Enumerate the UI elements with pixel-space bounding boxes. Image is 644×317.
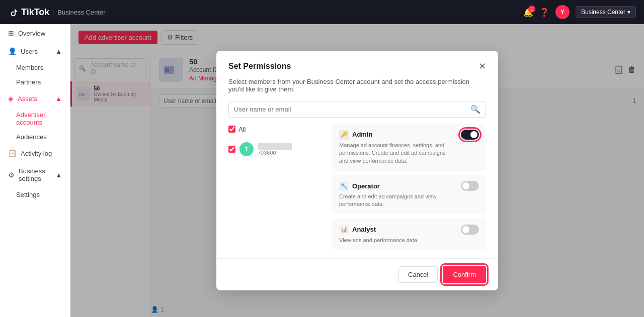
analyst-perm-icon: 📊 <box>339 225 349 235</box>
perm-item-admin: 🔑 Admin Manage ad account finances, sett… <box>332 124 486 171</box>
modal-search-input[interactable] <box>234 105 467 113</box>
sidebar-group-business-settings[interactable]: ⚙ Business settings ▲ <box>0 162 70 187</box>
business-center-label: Business Center <box>57 9 105 16</box>
overview-icon: ⊞ <box>8 29 14 37</box>
user-avatar: Y <box>555 5 570 19</box>
sidebar-item-partners[interactable]: Partners <box>0 75 70 89</box>
nav-right: 🔔 1 ❓ Y Business Center ▾ <box>523 5 636 19</box>
modal-subtitle: Select members from your Business Center… <box>216 78 498 101</box>
sidebar-item-settings[interactable]: Settings <box>0 187 70 202</box>
user-sub: 703600 <box>258 150 292 156</box>
admin-toggle[interactable] <box>461 130 479 140</box>
user-row: T ████████ 703600 <box>228 139 324 159</box>
assets-icon: ◈ <box>8 94 14 102</box>
analyst-perm-label: Analyst <box>352 226 376 233</box>
operator-perm-desc: Create and edit ad campaigns and view pe… <box>339 193 455 208</box>
user-avatar-modal: T <box>239 142 254 156</box>
check-all-label: All <box>238 126 246 133</box>
sidebar-item-members[interactable]: Members <box>0 60 70 75</box>
user-menu-btn[interactable]: Business Center ▾ <box>576 6 636 18</box>
operator-perm-icon: 🔧 <box>339 181 349 191</box>
user-name: ████████ <box>258 143 292 150</box>
sidebar-item-overview[interactable]: ⊞ Overview <box>0 24 70 42</box>
modal-close-button[interactable]: ✕ <box>478 61 486 72</box>
notification-badge: 1 <box>528 6 535 13</box>
analyst-toggle[interactable] <box>461 225 479 235</box>
modal-header: Set Permissions ✕ <box>216 51 498 78</box>
sidebar-group-users[interactable]: 👤 Users ▲ <box>0 42 70 60</box>
users-icon: 👤 <box>8 47 17 55</box>
sidebar-item-activity-log[interactable]: 📋 Activity log <box>0 144 70 162</box>
top-nav: TikTok : Business Center 🔔 1 ❓ Y Busines… <box>0 0 644 24</box>
chevron-up-icon-settings: ▲ <box>55 171 62 179</box>
confirm-button[interactable]: Confirm <box>443 266 486 283</box>
modal-overlay: Set Permissions ✕ Select members from yo… <box>70 24 644 317</box>
sidebar-group-assets[interactable]: ◈ Assets ▲ <box>0 89 70 108</box>
operator-perm-label: Operator <box>352 182 380 190</box>
check-all-checkbox[interactable] <box>228 126 235 133</box>
sidebar-item-audiences[interactable]: Audiences <box>0 130 70 144</box>
chevron-up-icon-assets: ▲ <box>55 95 62 102</box>
admin-perm-label: Admin <box>352 131 372 138</box>
check-all-row[interactable]: All <box>228 124 324 135</box>
operator-toggle[interactable] <box>461 181 479 191</box>
sidebar: ⊞ Overview 👤 Users ▲ Members Partners ◈ … <box>0 24 70 317</box>
admin-perm-desc: Manage ad account finances, settings, an… <box>339 142 455 165</box>
cancel-button[interactable]: Cancel <box>398 266 438 283</box>
tiktok-logo-icon <box>8 7 19 18</box>
modal-footer: Cancel Confirm <box>216 258 498 290</box>
permissions-panel: 🔑 Admin Manage ad account finances, sett… <box>332 124 486 250</box>
admin-perm-icon: 🔑 <box>339 130 349 140</box>
sidebar-item-advertiser-accounts[interactable]: Advertiser accounts <box>0 108 70 130</box>
notification-btn[interactable]: 🔔 1 <box>523 8 533 17</box>
help-btn[interactable]: ❓ <box>539 8 549 17</box>
set-permissions-modal: Set Permissions ✕ Select members from yo… <box>216 51 498 290</box>
modal-search: 🔍 <box>216 101 498 124</box>
user-checkbox[interactable] <box>228 146 235 153</box>
analyst-perm-desc: View ads and performance data. <box>339 237 455 244</box>
activity-icon: 📋 <box>8 149 17 157</box>
settings-icon: ⚙ <box>8 171 15 179</box>
modal-search-icon: 🔍 <box>470 104 480 114</box>
users-panel: All T ████████ 703600 <box>228 124 324 250</box>
perm-item-analyst: 📊 Analyst View ads and performance data. <box>332 219 486 250</box>
nav-left: TikTok : Business Center <box>8 7 106 18</box>
modal-body: All T ████████ 703600 <box>216 124 498 258</box>
tiktok-text: TikTok <box>21 7 49 18</box>
main-layout: ⊞ Overview 👤 Users ▲ Members Partners ◈ … <box>0 24 644 317</box>
perm-item-operator: 🔧 Operator Create and edit ad campaigns … <box>332 175 486 215</box>
content-area: Add advertiser account ⚙ Filters 🔍 Accou… <box>70 24 644 317</box>
chevron-up-icon: ▲ <box>55 48 62 55</box>
modal-title: Set Permissions <box>228 62 291 71</box>
